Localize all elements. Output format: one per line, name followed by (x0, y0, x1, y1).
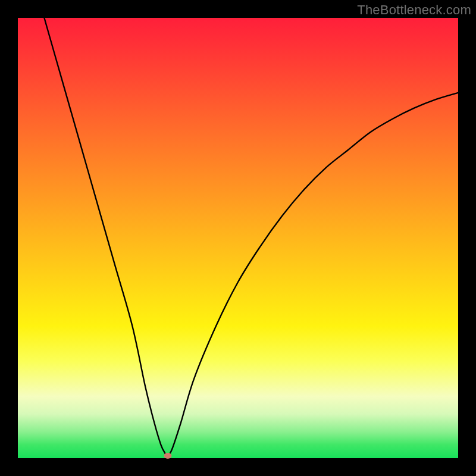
watermark-text: TheBottleneck.com (357, 2, 471, 18)
plot-area (18, 18, 458, 458)
chart-frame: TheBottleneck.com (0, 0, 476, 476)
bottleneck-curve (18, 18, 458, 458)
minimum-marker (164, 453, 171, 459)
